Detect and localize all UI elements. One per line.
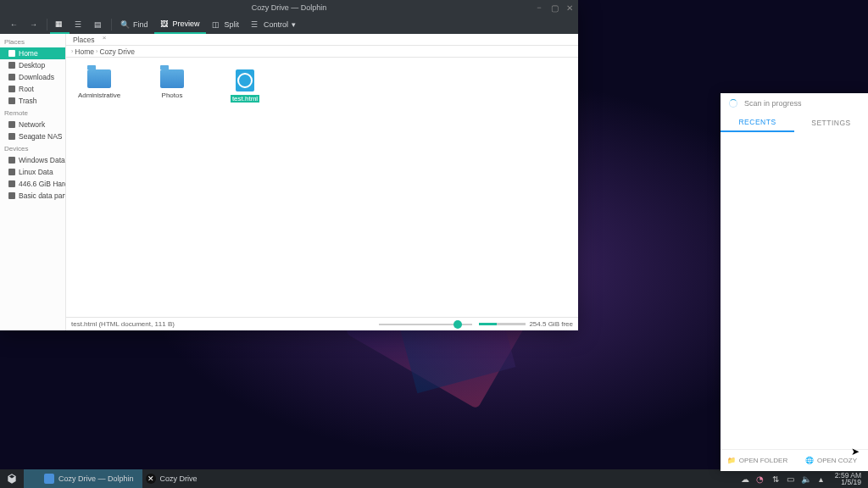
forward-button[interactable]: → [25,15,44,34]
application-launcher[interactable] [0,469,24,488]
task-dolphin[interactable]: Cozy Drive — Dolphin [41,469,142,488]
status-text: test.html (HTML document, 111 B) [71,320,175,328]
toolbar: ← → ▦ ☰ ▤ 🔍Find 🖼Preview ◫Split ☰Control… [0,15,578,34]
cozy-content [721,132,868,449]
close-tab-icon[interactable]: × [103,34,107,42]
dolphin-window: Cozy Drive — Dolphin － ▢ ✕ ← → ▦ ☰ ▤ 🔍Fi… [0,0,578,330]
sidebar-item-linux-data[interactable]: Linux Data [0,166,65,178]
clipboard-tray-icon[interactable]: ▭ [786,474,796,484]
tab-places[interactable]: Places× [66,34,110,46]
clock-date: 1/5/19 [835,479,861,486]
show-desktop-button[interactable] [24,469,41,488]
sidebar-item-network[interactable]: Network [0,119,65,130]
network-icon [8,121,15,128]
html-file-icon [236,69,254,92]
folder-administrative[interactable]: Administrative [75,69,124,99]
sidebar-item-downloads[interactable]: Downloads [0,71,65,83]
sidebar-item-basic-partition[interactable]: Basic data partition [0,190,65,202]
downloads-icon [8,74,15,80]
cozy-status-row: Scan in progress [721,93,868,114]
sidebar-item-trash[interactable]: Trash [0,95,65,107]
folder-icon: 📁 [727,457,736,464]
task-cozy-drive[interactable]: ✕ Cozy Drive [142,469,206,488]
globe-icon: 🌐 [805,457,814,464]
zoom-slider[interactable] [379,324,472,325]
spinner-icon [729,99,737,108]
breadcrumb: › Home › Cozy Drive [66,46,578,58]
file-view[interactable]: Administrative Photos test.html [66,58,578,317]
scan-status: Scan in progress [744,99,802,108]
main-view: Places× › Home › Cozy Drive Administrati… [66,34,578,330]
drive-icon [8,157,15,164]
cloud-tray-icon[interactable]: ☁ [740,474,750,484]
titlebar[interactable]: Cozy Drive — Dolphin － ▢ ✕ [0,0,578,15]
trash-icon [8,97,15,104]
compact-view-button[interactable]: ☰ [70,15,89,34]
free-space-text: 254.5 GiB free [529,320,573,328]
preview-button[interactable]: 🖼Preview [154,15,206,34]
tab-bar: Places× [66,34,578,46]
open-cozy-button[interactable]: 🌐OPEN COZY [794,457,868,464]
network-tray-icon[interactable]: ⇅ [771,474,781,484]
drive-icon [8,180,15,187]
control-label: Control [264,20,288,29]
crumb-cozy-drive[interactable]: Cozy Drive [99,47,135,56]
find-button[interactable]: 🔍Find [114,15,154,34]
cozy-tabs: RECENTS SETTINGS [721,114,868,132]
sidebar-item-root[interactable]: Root [0,83,65,95]
places-heading: Places [0,36,65,47]
file-test-html[interactable]: test.html [220,69,270,103]
remote-heading: Remote [0,107,65,119]
sidebar-item-hard-drive[interactable]: 446.6 GiB Hard Drive [0,178,65,190]
nas-icon [8,133,15,140]
tab-settings[interactable]: SETTINGS [794,114,868,132]
split-label: Split [225,20,240,29]
chevron-right-icon: › [96,48,97,54]
zoom-knob[interactable] [453,320,462,329]
cozy-icon: ✕ [146,474,156,484]
details-view-button[interactable]: ▤ [89,15,108,34]
places-panel: Places Home Desktop Downloads Root Trash… [0,34,66,330]
control-menu[interactable]: ☰Control▾ [245,15,307,34]
crumb-home[interactable]: Home [75,47,94,56]
minimize-button[interactable]: － [534,3,544,13]
taskbar: Cozy Drive — Dolphin ✕ Cozy Drive ☁ ◔ ⇅ … [0,469,868,488]
home-icon [8,50,15,57]
preview-label: Preview [173,19,200,28]
folder-icon [160,69,184,88]
cozy-drive-popup: Scan in progress RECENTS SETTINGS 📁OPEN … [721,93,868,471]
window-title: Cozy Drive — Dolphin [252,3,327,12]
desktop-icon [8,62,15,69]
system-tray: ☁ ◔ ⇅ ▭ 🔈 ▴ 2:59 AM 1/5/19 [740,472,868,486]
root-icon [8,86,15,92]
sidebar-item-seagate[interactable]: Seagate NAS [0,130,65,142]
close-button[interactable]: ✕ [565,3,575,13]
back-button[interactable]: ← [5,15,25,34]
status-bar: test.html (HTML document, 111 B) 254.5 G… [66,317,578,330]
cozy-footer: 📁OPEN FOLDER 🌐OPEN COZY [721,449,868,471]
find-label: Find [133,20,148,29]
sidebar-item-desktop[interactable]: Desktop [0,59,65,71]
tray-expand-icon[interactable]: ▴ [816,474,826,484]
chevron-right-icon: › [71,48,73,54]
split-button[interactable]: ◫Split [206,15,246,34]
sidebar-item-home[interactable]: Home [0,47,65,59]
drive-icon [8,192,15,199]
sidebar-item-windows-data[interactable]: Windows Data [0,154,65,166]
chevron-down-icon: ▾ [292,20,301,30]
folder-icon [87,69,111,88]
tab-recents[interactable]: RECENTS [721,114,794,132]
volume-tray-icon[interactable]: 🔈 [801,474,811,484]
icons-view-button[interactable]: ▦ [50,15,70,34]
drive-icon [8,169,15,175]
folder-photos[interactable]: Photos [147,69,197,99]
maximize-button[interactable]: ▢ [549,3,559,13]
mouse-cursor: ➤ [851,446,860,458]
taskbar-clock[interactable]: 2:59 AM 1/5/19 [835,472,861,486]
open-folder-button[interactable]: 📁OPEN FOLDER [721,457,794,464]
dolphin-icon [44,474,54,484]
devices-heading: Devices [0,142,65,154]
cozy-tray-icon[interactable]: ◔ [755,474,765,484]
free-space-bar [479,323,526,325]
